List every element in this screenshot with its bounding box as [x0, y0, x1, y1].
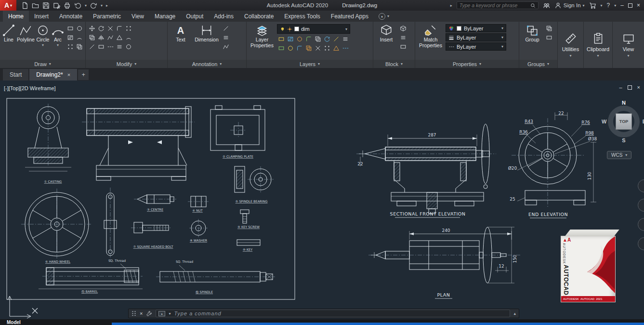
ribbon-tab-featured-apps[interactable]: Featured Apps	[326, 11, 374, 22]
move-tool-icon[interactable]	[88, 24, 96, 32]
viewport-controls[interactable]: [-][Top][2D Wireframe]	[4, 85, 56, 91]
cart-icon[interactable]	[589, 2, 596, 9]
panel-label-block[interactable]: Block▾	[373, 60, 415, 68]
trim-tool-icon[interactable]	[106, 24, 114, 32]
ribbon-tab-parametric[interactable]: Parametric	[88, 11, 126, 22]
ribbon-tab-collaborate[interactable]: Collaborate	[239, 11, 279, 22]
panel-label-groups[interactable]: Groups▾	[519, 60, 557, 68]
layer-state-tool-icon[interactable]	[341, 35, 349, 43]
file-tab-drawing2[interactable]: Drawing2* ×	[29, 69, 77, 81]
plot-icon[interactable]	[64, 2, 71, 9]
ribbon-tab-annotate[interactable]: Annotate	[54, 11, 88, 22]
ribbon-tab-home[interactable]: Home	[3, 11, 29, 22]
new-tab-button[interactable]: +	[78, 69, 89, 80]
polyline-button[interactable]: Polyline	[17, 23, 35, 43]
ribbon-tab-add-ins[interactable]: Add-ins	[209, 11, 239, 22]
navbar-button[interactable]	[638, 199, 644, 212]
circle-dropdown-icon[interactable]: ▾	[42, 43, 44, 48]
layer-off-tool-icon[interactable]	[277, 35, 285, 43]
layer-turn-on-tool-icon[interactable]	[332, 44, 340, 52]
ribbon-tab-express-tools[interactable]: Express Tools	[279, 11, 325, 22]
viewport-minimize-icon[interactable]: –	[619, 84, 622, 90]
ungroup-tool-icon[interactable]	[545, 24, 553, 32]
layer-previous-tool-icon[interactable]	[323, 35, 331, 43]
search-input[interactable]	[460, 2, 528, 8]
layer-unisolate-tool-icon[interactable]	[277, 44, 285, 52]
navbar-button[interactable]	[638, 237, 644, 250]
panel-label-draw[interactable]: Draw▾	[0, 60, 85, 68]
tab-close-icon[interactable]: ×	[67, 72, 70, 78]
view-button[interactable]: View ▾	[613, 22, 644, 68]
fillet-tool-icon[interactable]	[115, 24, 123, 32]
create-block-tool-icon[interactable]	[399, 24, 407, 32]
navbar-button[interactable]	[638, 218, 644, 231]
edit-attributes-tool-icon[interactable]	[399, 33, 407, 41]
layer-merge-tool-icon[interactable]	[304, 44, 313, 52]
panel-label-properties[interactable]: Properties▾	[415, 60, 519, 68]
ribbon-tab-manage[interactable]: Manage	[149, 11, 181, 22]
chamfer-tool-icon[interactable]	[124, 42, 132, 51]
command-close-icon[interactable]: ×	[140, 311, 143, 316]
panel-label-modify[interactable]: Modify▾	[86, 60, 167, 68]
arc-button[interactable]: Arc ▾	[51, 23, 65, 47]
viewport-close-icon[interactable]: ×	[637, 84, 640, 90]
compass-east[interactable]: E	[643, 119, 644, 124]
arc-dropdown-icon[interactable]: ▾	[57, 43, 59, 48]
save-as-icon[interactable]	[53, 2, 60, 9]
scale-tool-icon[interactable]	[115, 33, 123, 41]
explode-tool-icon[interactable]	[97, 42, 105, 51]
new-file-icon[interactable]	[21, 2, 28, 9]
search-icon[interactable]	[530, 3, 536, 8]
object-color-dropdown[interactable]: ByLayer ▾	[446, 24, 506, 32]
view-cube-top-face[interactable]: TOP	[616, 113, 632, 130]
stretch-tool-icon[interactable]	[106, 33, 114, 41]
sign-in-button[interactable]: Sign In ▾	[554, 2, 585, 9]
ribbon-collapse-dropdown-icon[interactable]: ▾	[387, 14, 389, 18]
ribbon-tab-output[interactable]: Output	[181, 11, 209, 22]
window-maximize-icon[interactable]	[628, 3, 632, 8]
point-tool-icon[interactable]	[66, 42, 74, 51]
rotate-tool-icon[interactable]	[97, 24, 105, 32]
command-prompt-icon[interactable]: ▸	[158, 311, 165, 316]
mirror-tool-icon[interactable]	[97, 33, 105, 41]
hatch-tool-icon[interactable]	[66, 33, 74, 41]
qat-customize-icon[interactable]: ▸	[106, 3, 108, 8]
insert-button[interactable]: Insert	[375, 23, 397, 43]
window-minimize-icon[interactable]: –	[620, 2, 624, 8]
break-tool-icon[interactable]	[106, 42, 114, 51]
layer-match-tool-icon[interactable]	[314, 35, 322, 43]
compass-west[interactable]: W	[602, 119, 606, 124]
model-tab[interactable]: Model	[7, 320, 21, 325]
command-grip-icon[interactable]	[131, 311, 136, 316]
save-icon[interactable]	[42, 2, 50, 9]
rectangle-tool-icon[interactable]	[66, 24, 74, 32]
command-line-bar[interactable]: × ▸ ▾ Type a command ▴	[128, 309, 519, 318]
redo-icon[interactable]	[90, 2, 97, 9]
help-icon[interactable]: ?	[607, 2, 610, 9]
group-button[interactable]: Group	[521, 23, 543, 43]
ellipse-tool-icon[interactable]	[75, 24, 83, 32]
leader-tool-icon[interactable]	[222, 24, 230, 32]
region-tool-icon[interactable]	[75, 42, 83, 51]
layer-lock-fade-tool-icon[interactable]	[341, 44, 349, 52]
multileader-tool-icon[interactable]	[222, 42, 230, 51]
table-tool-icon[interactable]	[222, 33, 230, 41]
layer-walk-tool-icon[interactable]	[332, 35, 340, 43]
search-box[interactable]	[457, 1, 539, 9]
cart-dropdown-icon[interactable]: ▾	[601, 3, 603, 8]
wcs-dropdown[interactable]: WCS ▾	[607, 151, 631, 159]
layer-thaw-tool-icon[interactable]	[286, 44, 294, 52]
compass-south[interactable]: S	[622, 137, 625, 143]
viewport-restore-icon[interactable]	[628, 85, 632, 90]
command-history-icon[interactable]: ▴	[513, 311, 516, 316]
layer-isolate-tool-icon[interactable]	[286, 35, 294, 43]
match-properties-button[interactable]: Match Properties	[417, 23, 444, 48]
navbar-button[interactable]	[638, 179, 644, 192]
redo-dropdown-icon[interactable]: ▾	[101, 3, 103, 8]
help-dropdown-icon[interactable]: ▾	[614, 3, 616, 8]
cad-drawing[interactable]: ① CASTING ② CLAMPING PLATE ③ CENTRE ④ NU…	[0, 81, 644, 319]
undo-icon[interactable]	[74, 2, 81, 9]
erase-tool-icon[interactable]	[88, 42, 96, 51]
command-options-icon[interactable]: ▾	[169, 311, 171, 316]
utilities-button[interactable]: Utilities ▾	[558, 22, 583, 68]
